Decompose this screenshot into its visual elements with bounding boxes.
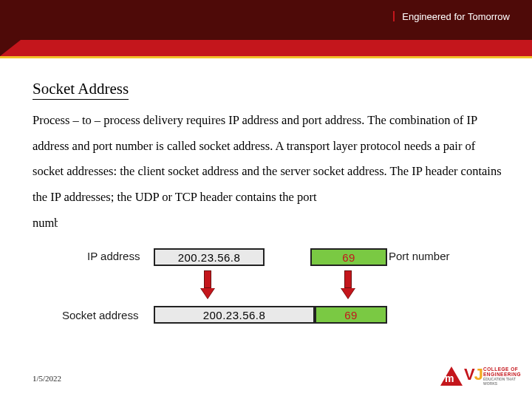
logo-text-line2: ENGINEERING	[483, 372, 521, 377]
accent-bar	[0, 40, 532, 56]
footer-date: 1/5/2022	[33, 374, 61, 383]
label-ip-address: IP address	[87, 250, 140, 262]
logo-text-line1: COLLEGE OF	[483, 366, 518, 372]
body-cut-word: numbers.	[33, 211, 58, 236]
accent-line	[0, 56, 532, 58]
box-port: 69	[310, 248, 387, 266]
body-line-3: socket addresses: the client socket addr…	[33, 159, 505, 210]
body-text: Process – to – process delivery requires…	[33, 108, 505, 236]
accent-notch	[0, 40, 21, 56]
logo-letter-v: V	[464, 365, 474, 383]
logo-letter-j: J	[474, 365, 482, 383]
box-socket-port: 69	[315, 306, 387, 324]
arrow-icon	[201, 270, 214, 299]
label-port-number: Port number	[389, 250, 450, 262]
logo: m VJ COLLEGE OF ENGINEERING EDUCATION TH…	[440, 364, 522, 390]
arrow-icon	[341, 270, 355, 299]
socket-diagram: IP address Port number Socket address 20…	[62, 248, 498, 337]
slide: Engineered for Tomorrow Socket Address P…	[0, 0, 532, 399]
logo-subtext: EDUCATION THAT WORKS	[483, 378, 522, 386]
body-line-1: Process – to – process delivery requires…	[33, 108, 505, 134]
body-line-2: address and port number is called socket…	[33, 134, 505, 160]
body-line-4: numbers.	[33, 211, 505, 236]
logo-text: COLLEGE OF ENGINEERING EDUCATION THAT WO…	[483, 366, 522, 386]
box-ip: 200.23.56.8	[154, 248, 265, 266]
box-socket-ip: 200.23.56.8	[154, 306, 315, 324]
logo-letters-vj: VJ	[464, 365, 482, 384]
label-socket-address: Socket address	[62, 309, 138, 321]
header-bar: Engineered for Tomorrow	[0, 0, 532, 40]
page-title: Socket Address	[33, 80, 129, 100]
logo-letter-m: m	[445, 372, 454, 384]
tagline: Engineered for Tomorrow	[393, 11, 510, 22]
